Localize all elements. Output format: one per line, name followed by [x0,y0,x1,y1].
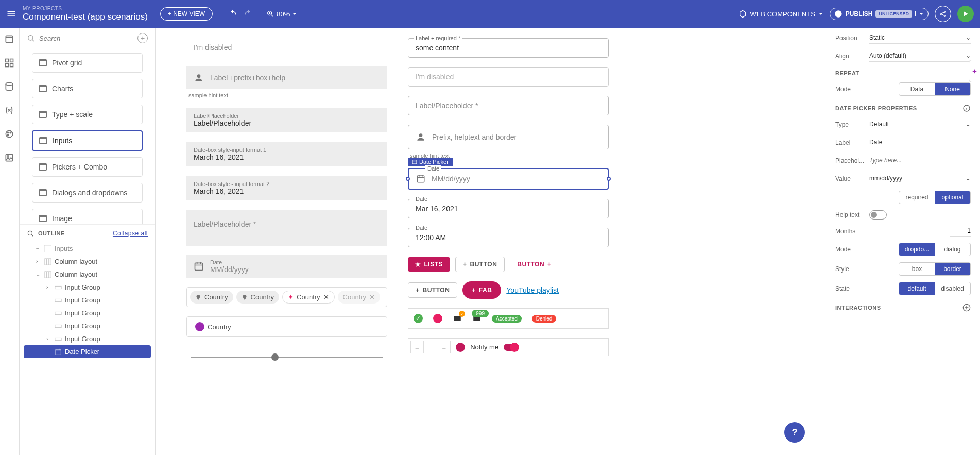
person-icon [194,73,204,83]
type-dropdown[interactable]: Default ⌄ [869,119,971,130]
fab-button[interactable]: + FAB [462,281,501,299]
state-disabled-option[interactable]: disabled [935,282,970,295]
view-item-type-scale[interactable]: Type + scale [32,105,143,124]
prop-mode2-label: Mode [835,246,865,253]
align-right-icon[interactable]: ≡ [438,341,451,353]
time-input[interactable]: Date 12:00 AM [408,228,609,247]
notify-label: Notify me [470,343,498,351]
collapse-all-link[interactable]: Collapse all [113,230,148,237]
tree-node-input-group[interactable]: › Input Group [24,281,151,294]
view-item-image[interactable]: Image [32,209,143,224]
platform-selector[interactable]: WEB COMPONENTS [738,10,823,18]
project-name[interactable]: Component-test (app scenarios) [23,12,148,22]
close-icon[interactable]: ✕ [323,293,329,301]
style-border-option[interactable]: border [935,263,970,275]
datebox-input-1[interactable]: Date-box style-input format 1 March 16, … [186,142,387,166]
view-item-pivot-grid[interactable]: Pivot grid [32,53,143,73]
data-nav-icon[interactable] [4,81,15,93]
slider-thumb[interactable] [271,353,279,361]
country-chip-decorated[interactable]: ✦ Country ✕ [282,291,335,304]
view-item-pickers-combo[interactable]: Pickers + Combo [32,157,143,177]
months-input[interactable] [950,226,971,237]
share-button[interactable] [935,6,951,22]
align-left-icon[interactable]: ≡ [411,341,423,353]
datebox-input-2[interactable]: Date-box style - input format 2 March 16… [186,176,387,200]
state-default-option[interactable]: default [899,282,935,295]
view-label: Pickers + Combo [52,163,107,171]
search-input[interactable] [39,35,133,42]
style-box-option[interactable]: box [899,263,935,275]
country-chip[interactable]: Country [190,291,233,304]
publish-caret-icon[interactable] [915,11,924,16]
tree-node-column-layout[interactable]: › Column layout [24,255,151,268]
avatar-chip[interactable]: Country [190,320,236,333]
resize-handle-right[interactable] [607,177,611,181]
simple-date-input[interactable]: Date MM/dd/yyyy [186,255,387,278]
position-dropdown[interactable]: Static ⌄ [869,32,971,44]
tree-node-input-group[interactable]: Input Group [24,294,151,307]
variables-nav-icon[interactable] [4,105,15,116]
required-option[interactable]: required [899,191,935,204]
slider[interactable] [191,357,383,358]
undo-icon[interactable] [228,9,237,19]
add-view-button[interactable]: + [137,33,148,43]
mode-data-option[interactable]: Data [899,83,935,95]
value-dropdown[interactable]: mm/dd/yyyy ⌄ [869,173,971,184]
chip-container-avatar[interactable]: Country [186,316,387,337]
mode-none-option[interactable]: None [935,83,970,95]
youtube-link[interactable]: YouTube playlist [506,286,559,294]
tree-node-column-layout[interactable]: ⌄ Column layout [24,268,151,281]
date-input[interactable]: Date Mar 16, 2021 [408,199,609,218]
view-item-dialogs[interactable]: Dialogs and dropdowns [32,183,143,203]
assets-nav-icon[interactable] [4,153,15,164]
svg-point-3 [944,11,946,13]
mode-dialog-option[interactable]: dialog [935,243,970,256]
info-icon[interactable] [962,104,971,112]
tree-node-inputs[interactable]: − Inputs [24,242,151,255]
help-fab[interactable]: ? [784,422,805,443]
button-plus[interactable]: + BUTTON [408,282,457,298]
redo-icon[interactable] [244,9,253,19]
prop-months-label: Months [835,228,865,235]
tree-node-input-group[interactable]: Input Group [24,319,151,332]
textarea-input[interactable]: Label/Placeholder * [186,210,387,246]
prefix-input[interactable]: Label +prefix+box+help [186,66,387,89]
components-nav-icon[interactable] [4,58,15,69]
label-placeholder-input[interactable]: Label/Placeholder Label/Placeholder [186,108,387,132]
mode-dropdown-option[interactable]: dropdo... [899,243,935,256]
add-interaction-button[interactable] [962,304,971,312]
plus-icon: + [416,287,420,294]
preview-button[interactable] [957,6,974,22]
lists-button[interactable]: ★ LISTS [408,257,450,272]
publish-button[interactable]: PUBLISH UNLICENSED [830,8,929,20]
ai-sidebar-tab[interactable]: ✦ [969,60,980,82]
button-outlined[interactable]: + BUTTON [455,257,505,272]
svg-rect-31 [56,349,61,355]
placeholder-input[interactable] [869,155,971,166]
helptext-toggle[interactable] [869,210,887,220]
tree-node-input-group[interactable]: Input Group [24,307,151,319]
label-required-input[interactable]: Label + required * some content [408,38,609,58]
views-nav-icon[interactable] [4,34,15,45]
view-item-inputs[interactable]: Inputs [32,130,143,151]
star-icon: ★ [415,261,421,268]
label-input[interactable] [869,137,971,148]
button-flat[interactable]: BUTTON + [510,257,558,272]
align-dropdown[interactable]: Auto (default) ⌄ [869,50,971,62]
switch[interactable] [504,344,518,351]
tree-node-date-picker[interactable]: Date Picker [24,345,151,358]
selected-date-picker[interactable]: Date Picker Date MM/dd/yyyy [408,168,609,190]
label-placeholder-outlined[interactable]: Label/Placeholder * [408,96,609,115]
tree-node-input-group[interactable]: › Input Group [24,332,151,345]
country-chip[interactable]: Country [236,291,280,304]
optional-option[interactable]: optional [935,191,970,204]
view-item-charts[interactable]: Charts [32,79,143,98]
new-view-button[interactable]: + NEW VIEW [160,7,213,21]
zoom-control[interactable]: 80% [266,10,297,18]
resize-handle-left[interactable] [406,177,410,181]
align-center-icon[interactable]: ≣ [423,341,438,353]
chip-container[interactable]: Country Country ✦ Country ✕ Country ✕ [186,287,387,307]
theme-nav-icon[interactable] [4,129,15,140]
menu-icon[interactable] [6,9,16,19]
prefix-outlined-input[interactable]: Prefix, helptext and border [408,125,609,149]
